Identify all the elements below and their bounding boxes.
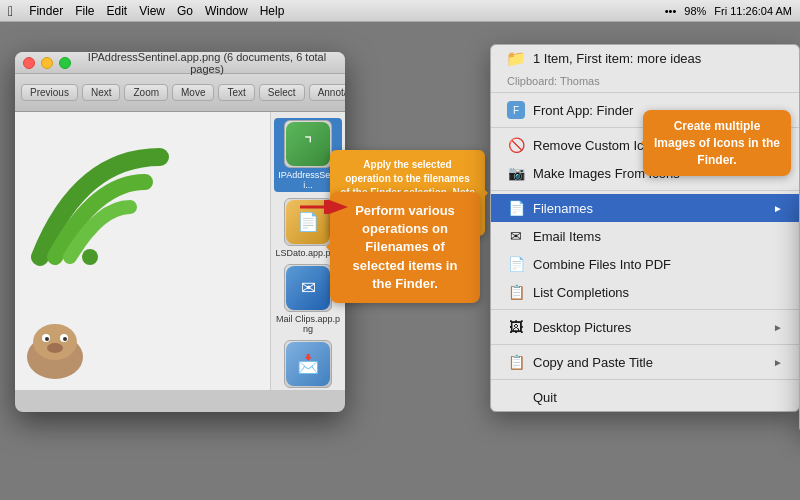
desktop: IPAddressSentinel.app.png (6 documents, … (0, 22, 800, 500)
menu-view[interactable]: View (139, 4, 165, 18)
file-icon-mailings-img: 📩 (284, 340, 332, 388)
separator-4 (491, 309, 799, 310)
desktop-pictures-label: Desktop Pictures (533, 320, 765, 335)
annotate-btn[interactable]: Annotate (309, 84, 345, 101)
copy-arrow-icon: ► (773, 357, 783, 368)
finder-window: IPAddressSentinel.app.png (6 documents, … (15, 52, 345, 412)
combine-pdf-label: Combine Files Into PDF (533, 257, 783, 272)
separator-6 (491, 379, 799, 380)
finder-content: ⌝ IPAddressSenti... 📄 LSDato.app.png ✉ (15, 112, 345, 390)
red-arrow-icon (298, 200, 348, 214)
menu-file[interactable]: File (75, 4, 94, 18)
wifi-icon: ⌝ (286, 122, 330, 166)
wifi-status-icon: ••• (665, 5, 677, 17)
menubar-right: ••• 98% Fri 11:26:04 AM (665, 5, 792, 17)
file-icon-mailclips-label: Mail Clips.app.png (274, 314, 342, 334)
next-button[interactable]: Next (82, 84, 121, 101)
app-name[interactable]: Finder (29, 4, 63, 18)
separator-1 (491, 92, 799, 93)
clock: Fri 11:26:04 AM (714, 5, 792, 17)
pdf-icon: 📄 (507, 255, 525, 273)
svg-point-2 (33, 324, 77, 360)
file-icon-mailclips-img: ✉ (284, 264, 332, 312)
svg-point-0 (82, 249, 98, 265)
desktop-arrow-icon: ► (773, 322, 783, 333)
finder-title: IPAddressSentinel.app.png (6 documents, … (77, 52, 337, 75)
menu-count-text: 1 Item, First item: more ideas (533, 51, 701, 66)
separator-5 (491, 344, 799, 345)
apple-menu[interactable]:  (8, 3, 13, 19)
zoom-button[interactable] (59, 57, 71, 69)
file-icon-mailings[interactable]: 📩 Mailings.app.png (274, 340, 342, 390)
menu-help[interactable]: Help (260, 4, 285, 18)
svg-point-6 (63, 337, 67, 341)
finder-icon: F (507, 101, 525, 119)
select-btn[interactable]: Select (259, 84, 305, 101)
list-icon: 📋 (507, 283, 525, 301)
copy-paste-label: Copy and Paste Title (533, 355, 765, 370)
menu-filenames[interactable]: 📄 Filenames ► Hide Extension Show Extens… (491, 194, 799, 222)
finder-body: ⌝ IPAddressSenti... 📄 LSDato.app.png ✉ (15, 112, 345, 390)
finder-toolbar: Previous Next Zoom Move Text Select Anno… (15, 74, 345, 112)
filenames-arrow-icon: ► (773, 203, 783, 214)
list-completions-label: List Completions (533, 285, 783, 300)
zoom-btn[interactable]: Zoom (124, 84, 168, 101)
prev-button[interactable]: Previous (21, 84, 78, 101)
menu-combine-pdf[interactable]: 📄 Combine Files Into PDF (491, 250, 799, 278)
tooltip-create: Create multiple Images of Icons in the F… (643, 110, 791, 176)
filenames-icon: 📄 (507, 199, 525, 217)
menu-edit[interactable]: Edit (106, 4, 127, 18)
svg-point-5 (45, 337, 49, 341)
text-btn[interactable]: Text (218, 84, 254, 101)
context-menu: 📁 1 Item, First item: more ideas Clipboa… (490, 44, 800, 412)
menubar-left:  Finder File Edit View Go Window Help (8, 3, 284, 19)
menubar:  Finder File Edit View Go Window Help •… (0, 0, 800, 22)
mail-icon: ✉ (286, 266, 330, 310)
finder-titlebar: IPAddressSentinel.app.png (6 documents, … (15, 52, 345, 74)
minimize-button[interactable] (41, 57, 53, 69)
filenames-label: Filenames (533, 201, 765, 216)
separator-3 (491, 190, 799, 191)
email-icon: ✉ (507, 227, 525, 245)
move-btn[interactable]: Move (172, 84, 214, 101)
menu-desktop-pictures[interactable]: 🖼 Desktop Pictures ► (491, 313, 799, 341)
menu-list-completions[interactable]: 📋 List Completions (491, 278, 799, 306)
battery-status: 98% (684, 5, 706, 17)
quit-label: Quit (533, 390, 783, 405)
blue-doc-icon: 📩 (286, 342, 330, 386)
copy-icon: 📋 (507, 353, 525, 371)
menu-email-items[interactable]: ✉ Email Items (491, 222, 799, 250)
folder-icon: 📁 (507, 49, 525, 67)
email-items-label: Email Items (533, 229, 783, 244)
menu-window[interactable]: Window (205, 4, 248, 18)
file-icon-ipaddress-img: ⌝ (284, 120, 332, 168)
remove-icon: 🚫 (507, 136, 525, 154)
menu-quit[interactable]: Quit (491, 383, 799, 411)
clipboard-label: Clipboard: Thomas (491, 71, 799, 89)
svg-point-7 (47, 343, 63, 353)
desktop-icon: 🖼 (507, 318, 525, 336)
quit-icon (507, 388, 525, 406)
menu-header-count: 📁 1 Item, First item: more ideas (491, 45, 799, 71)
hippo-image (20, 312, 90, 382)
close-button[interactable] (23, 57, 35, 69)
wifi-background-icon (20, 117, 220, 277)
tooltip-perform: Perform various operations on Filenames … (330, 192, 480, 303)
menu-copy-paste-title[interactable]: 📋 Copy and Paste Title ► (491, 348, 799, 376)
make-images-icon: 📷 (507, 164, 525, 182)
menu-go[interactable]: Go (177, 4, 193, 18)
